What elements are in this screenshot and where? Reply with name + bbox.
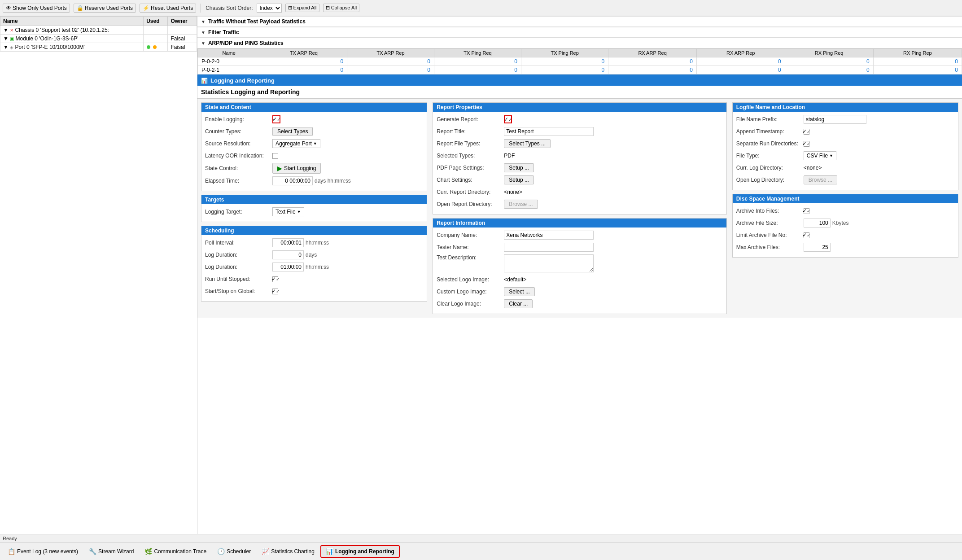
chassis-icon: ✕ <box>10 28 13 33</box>
eye-icon: 👁 <box>6 5 11 11</box>
arp-val: 0 <box>434 66 521 74</box>
browse-log-btn[interactable]: Browse ... <box>804 175 837 184</box>
taskbar-scheduler[interactable]: 🕐 Scheduler <box>212 546 256 557</box>
file-type-dropdown[interactable]: CSV File ▼ <box>804 151 836 160</box>
report-file-types-btn[interactable]: Select Types ... <box>504 139 551 148</box>
expand-all-btn[interactable]: ⊞ Expand All <box>285 4 319 12</box>
log-duration2-input[interactable] <box>272 262 304 271</box>
latency-oor-checkbox[interactable] <box>272 153 278 159</box>
chart-settings-label: Chart Settings: <box>437 177 504 183</box>
expand-chassis-icon: ▼ <box>3 27 9 33</box>
append-timestamp-checkbox[interactable]: ✓ <box>804 129 809 135</box>
select-types-btn[interactable]: Select Types <box>272 127 313 136</box>
arp-val: 0 <box>696 57 785 66</box>
logging-target-dropdown[interactable]: Text File ▼ <box>272 207 304 216</box>
expand-icon: ⊞ <box>288 5 292 10</box>
selected-logo-row: Selected Logo Image: <default> <box>437 275 723 284</box>
archive-into-files-label: Archive Into Files: <box>736 208 804 214</box>
elapsed-time-input[interactable]: 0 00:00:00 <box>272 176 313 185</box>
clear-logo-label: Clear Logo Image: <box>437 301 504 307</box>
table-row[interactable]: ▼ ✕ Chassis 0 'Support test 02' (10.20.1… <box>0 26 197 35</box>
targets-panel: Targets Logging Target: Text File ▼ <box>201 195 427 222</box>
ready-bar: Ready <box>0 534 962 542</box>
state-content-panel: State and Content Enable Logging: ✓ Coun… <box>201 102 427 191</box>
max-archive-files-input[interactable] <box>804 243 831 252</box>
source-resolution-dropdown[interactable]: Aggregate Port ▼ <box>272 139 320 148</box>
source-resolution-label: Source Resolution: <box>205 140 272 147</box>
file-name-prefix-input[interactable] <box>804 115 866 124</box>
log-duration-row: Log Duration: days <box>205 250 423 260</box>
table-row[interactable]: ▼ ▣ Module 0 'Odin-1G-3S-6P' Faisal <box>0 35 197 43</box>
col-rx-ping-req: RX Ping Req <box>785 49 873 57</box>
archive-into-files-checkbox[interactable]: ✓ <box>804 208 809 214</box>
port-name: Port 0 'SFP-E 10/100/1000M' <box>15 44 85 50</box>
collapse-all-btn[interactable]: ⊟ Collapse All <box>323 4 360 12</box>
separate-run-dirs-checkbox[interactable]: ✓ <box>804 141 809 147</box>
chevron-filter: ▼ <box>201 30 206 35</box>
test-description-input[interactable] <box>504 254 594 272</box>
chart-setup-btn[interactable]: Setup ... <box>504 175 534 184</box>
left-col: State and Content Enable Logging: ✓ Coun… <box>201 102 427 314</box>
col-tx-arp-rep: TX ARP Rep <box>347 49 434 57</box>
logging-icon: 📊 <box>201 78 208 84</box>
taskbar-logging-reporting[interactable]: 📊 Logging and Reporting <box>320 545 400 558</box>
limit-archive-file-no-checkbox[interactable]: ✓ <box>804 232 809 238</box>
table-row[interactable]: ▼ ◈ Port 0 'SFP-E 10/100/1000M' Faisal <box>0 43 197 52</box>
status-text: Ready <box>3 536 17 541</box>
chassis-owner <box>168 26 197 35</box>
taskbar-stats-charting[interactable]: 📈 Statistics Charting <box>257 546 319 557</box>
logging-header-title: Logging and Reporting <box>210 77 275 84</box>
module-icon: ▣ <box>10 36 14 41</box>
curr-log-dir-value: <none> <box>804 165 822 171</box>
col-rx-arp-rep: RX ARP Rep <box>696 49 785 57</box>
report-file-types-label: Report File Types: <box>437 140 504 147</box>
taskbar-comm-trace[interactable]: 🌿 Communication Trace <box>140 546 211 557</box>
disc-space-body: Archive Into Files: ✓ Archive File Size:… <box>733 203 958 257</box>
company-name-label: Company Name: <box>437 232 504 238</box>
clear-logo-btn[interactable]: Clear ... <box>504 299 533 308</box>
file-name-prefix-row: File Name Prefix: <box>736 114 954 124</box>
chassis-sort-select[interactable]: Index <box>257 4 282 13</box>
arp-val: 0 <box>873 57 962 66</box>
module-used <box>144 35 168 43</box>
browse-report-btn[interactable]: Browse ... <box>504 200 538 209</box>
log-duration-input[interactable] <box>272 250 304 259</box>
arp-ndp-section[interactable]: ▼ ARP/NDP and PING Statistics <box>197 38 962 48</box>
right-col: Logfile Name and Location File Name Pref… <box>732 102 958 314</box>
taskbar: 📋 Event Log (3 new events) 🔧 Stream Wiza… <box>0 542 962 560</box>
traffic-stats-label: Traffic Without Test Payload Statistics <box>208 18 306 25</box>
log-duration-hint: days <box>306 252 317 258</box>
show-only-used-btn[interactable]: 👁 Show Only Used Ports <box>3 4 70 13</box>
filter-traffic-section[interactable]: ▼ Filter Traffic <box>197 27 962 38</box>
tester-name-label: Tester Name: <box>437 244 504 250</box>
arp-val: 0 <box>873 66 962 74</box>
curr-log-dir-label: Curr. Log Directory: <box>736 165 804 171</box>
select-logo-btn[interactable]: Select ... <box>504 287 535 296</box>
enable-logging-row: Enable Logging: ✓ <box>205 114 423 124</box>
pdf-setup-btn[interactable]: Setup ... <box>504 163 534 172</box>
company-name-input[interactable] <box>504 231 594 240</box>
start-logging-btn[interactable]: ▶ Start Logging <box>272 163 321 174</box>
report-title-input[interactable] <box>504 127 594 136</box>
traffic-stats-section[interactable]: ▼ Traffic Without Test Payload Statistic… <box>197 16 962 27</box>
open-report-dir-label: Open Report Directory: <box>437 201 504 207</box>
enable-logging-checkbox[interactable]: ✓ <box>272 115 280 123</box>
arp-val: 0 <box>347 57 434 66</box>
poll-interval-input[interactable] <box>272 238 304 247</box>
stats-area: ▼ Traffic Without Test Payload Statistic… <box>197 16 962 75</box>
dot-orange <box>153 45 157 49</box>
max-archive-files-label: Max Archive Files: <box>736 244 804 250</box>
reset-used-btn[interactable]: ⚡ Reset Used Ports <box>140 4 196 13</box>
generate-report-checkbox[interactable]: ✓ <box>504 115 512 123</box>
taskbar-stream-wizard[interactable]: 🔧 Stream Wizard <box>84 546 139 557</box>
run-until-stopped-checkbox[interactable]: ✓ <box>272 276 278 282</box>
taskbar-event-log[interactable]: 📋 Event Log (3 new events) <box>3 546 83 557</box>
reserve-used-btn[interactable]: 🔒 Reserve Used Ports <box>74 4 136 13</box>
state-content-title: State and Content <box>201 103 427 112</box>
chassis-sort-label: Chassis Sort Order: <box>206 5 253 11</box>
tester-name-input[interactable] <box>504 243 594 252</box>
start-stop-global-checkbox[interactable]: ✓ <box>272 289 278 294</box>
poll-interval-row: Poll Interval: hh:mm:ss <box>205 238 423 248</box>
archive-file-size-input[interactable] <box>804 219 831 228</box>
clear-logo-row: Clear Logo Image: Clear ... <box>437 299 723 309</box>
